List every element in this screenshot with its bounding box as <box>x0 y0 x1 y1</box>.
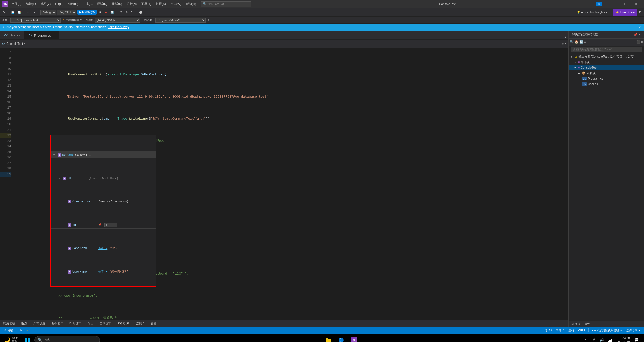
taskbar-file-explorer[interactable] <box>322 334 334 342</box>
properties-tab[interactable]: 属性 <box>585 322 590 326</box>
tray-network[interactable] <box>606 337 614 342</box>
sol-home-icon[interactable]: 🏠 <box>575 40 578 44</box>
tree-dependencies[interactable]: ▶ 📦 依赖项 <box>569 70 644 76</box>
weather-widget[interactable]: 🌙 10°C 晴阴 <box>2 336 20 342</box>
tray-lang[interactable]: 英 <box>590 337 597 342</box>
bottom-tab-locals[interactable]: 局部变量 <box>117 321 131 326</box>
save-all-btn[interactable]: 📑 <box>17 10 22 14</box>
popup-expand-btn[interactable]: ... <box>89 152 91 158</box>
add-source-control-btn[interactable]: + + 添加到源代码管理 ▼ <box>591 329 623 332</box>
minimize-button[interactable]: — <box>605 0 617 8</box>
menu-debug[interactable]: 调试(D) <box>95 1 110 7</box>
cpu-config-dropdown[interactable]: Any CPU <box>57 10 76 15</box>
menu-extend[interactable]: 扩展(X) <box>154 1 168 7</box>
undo-btn[interactable]: ↩ <box>26 10 31 14</box>
menu-build[interactable]: 生成(B) <box>81 1 95 7</box>
start-button[interactable] <box>21 334 33 342</box>
bottom-tab-auto[interactable]: 自动窗口 <box>99 321 113 326</box>
menu-edit[interactable]: 编辑(E) <box>24 1 38 7</box>
sol-search-icon[interactable]: 🔍 <box>570 40 574 44</box>
continue-button[interactable]: ▶ ▶ 继续(C) <box>77 10 97 15</box>
process-dropdown[interactable]: [15276] ConsoleTest.exe <box>10 18 61 23</box>
menu-help[interactable]: 帮助(H) <box>184 1 198 7</box>
taskbar-browser[interactable] <box>335 334 347 342</box>
warning-status[interactable]: ⚠ 1 <box>25 329 32 332</box>
tray-speaker[interactable]: 🔊 <box>598 337 605 342</box>
take-survey-link[interactable]: Take the survey <box>108 25 129 29</box>
lifecycle-event[interactable]: ⚡ 生命周期事件 <box>63 18 82 22</box>
git-changes-tab[interactable]: Git 更改 <box>571 322 581 326</box>
tab-settings-btn[interactable]: ⚙ <box>565 36 566 39</box>
menu-project[interactable]: 项目(P) <box>66 1 80 7</box>
expand-arrow-icon[interactable]: ▼ <box>53 152 56 158</box>
tab-user-cs[interactable]: C# User.cs <box>0 31 24 39</box>
menu-file[interactable]: 文件(F) <box>10 1 23 7</box>
username-view-link[interactable]: 查看 ▾ <box>98 269 107 275</box>
id-value-input[interactable] <box>104 223 117 227</box>
app-insights-button[interactable]: 💡 Application Insights ▾ <box>575 10 609 14</box>
taskbar-vs[interactable]: VS <box>348 334 360 342</box>
sol-pin-btn[interactable]: 📌 <box>634 33 637 36</box>
tree-solution-root[interactable]: ▶ ⊠ 解决方案 'ConsoleTest' (1 个项目, 共 1 项) <box>569 54 644 59</box>
maximize-button[interactable]: □ <box>618 0 629 8</box>
bottom-tab-watch1[interactable]: 监视 1 <box>135 321 146 326</box>
menu-git[interactable]: Git(G) <box>53 2 65 6</box>
tray-notification[interactable]: 💬 <box>633 337 640 342</box>
collapse-btn[interactable]: ▾ <box>565 42 566 46</box>
step-out[interactable]: ↥ <box>130 10 134 14</box>
select-repo-btn[interactable]: 选择仓库 ▼ <box>625 329 642 332</box>
info-close-button[interactable]: ✕ <box>639 25 641 29</box>
global-search[interactable]: 🔍 搜索 (Ctrl+Q) <box>201 1 251 7</box>
menu-test[interactable]: 测试(S) <box>110 1 124 7</box>
split-editor-btn[interactable]: ⊞ <box>562 42 564 46</box>
bottom-tab-immediate[interactable]: 即时窗口 <box>68 321 83 326</box>
menu-analyze[interactable]: 分析(N) <box>125 1 139 7</box>
breakpoint-btn[interactable]: ⬤ <box>138 10 143 14</box>
menu-view[interactable]: 视图(V) <box>39 1 53 7</box>
stop-btn[interactable]: ⏹ <box>103 10 108 14</box>
solution-search-input[interactable] <box>571 47 642 52</box>
step-over[interactable]: ↷ <box>119 10 123 14</box>
bottom-tab-output[interactable]: 输出 <box>87 321 95 326</box>
sol-collapse-icon[interactable]: ⊟ <box>584 40 586 44</box>
tree-program-cs[interactable]: ▶ C# Program.cs <box>569 76 644 81</box>
error-status[interactable]: ⊗ 0 <box>16 329 23 332</box>
bottom-tab-command[interactable]: 命令窗口 <box>50 321 64 326</box>
code-lines[interactable]: .UseConnectionString(FreeSql.DataType.Od… <box>15 48 568 320</box>
sol-filter-icon[interactable]: ⬛ <box>636 40 640 44</box>
layout-btn[interactable]: ⊟ <box>638 10 642 14</box>
code-area[interactable]: 7 8 9 10 11 12 13 14 15 16 17 18 19 20 2… <box>0 48 568 320</box>
tree-consoltest-project[interactable]: ▼ ■ 外部项 <box>569 59 644 65</box>
git-status[interactable]: ⎇ 就绪 <box>2 329 14 332</box>
close-button[interactable]: ✕ <box>630 0 642 8</box>
stack-dropdown[interactable]: Program.<Main>$ <box>155 18 206 23</box>
pause-btn[interactable]: ⏸ <box>98 10 102 14</box>
thread-dropdown[interactable]: [14040] 主线程 <box>95 18 140 23</box>
bottom-tab-exceptions[interactable]: 异常设置 <box>32 321 46 326</box>
restart-btn[interactable]: 🔄 <box>109 10 115 14</box>
taskbar-search-bar[interactable]: 🔍 搜索 <box>34 336 100 342</box>
tab-program-cs[interactable]: C# Program.cs ✕ <box>24 31 59 39</box>
bottom-tab-containers[interactable]: 容器 <box>150 321 158 326</box>
tab-close-button[interactable]: ✕ <box>53 34 55 37</box>
tree-user-cs[interactable]: ▶ C# User.cs <box>569 81 644 87</box>
sol-close-btn[interactable]: ✕ <box>638 33 641 36</box>
bottom-tab-breakpoints[interactable]: 断点 <box>20 321 28 326</box>
bottom-tab-callstack[interactable]: 调用堆栈 <box>2 321 16 326</box>
save-btn[interactable]: 💾 <box>10 10 16 14</box>
password-view-link[interactable]: 查看 ▾ <box>98 246 107 251</box>
live-share-button[interactable]: ⚡ Live Share <box>613 9 637 16</box>
sol-settings-icon[interactable]: ⚙ <box>641 40 643 44</box>
tray-caret[interactable]: ^ <box>582 337 589 342</box>
redo-btn[interactable]: ↪ <box>32 10 36 14</box>
debug-config-dropdown[interactable]: Debug <box>40 10 56 15</box>
menu-window[interactable]: 窗口(W) <box>168 1 183 7</box>
view-link-header[interactable]: 查看 <box>67 152 73 158</box>
expand-icon-0[interactable]: ▶ <box>59 176 62 181</box>
taskbar-clock[interactable]: 23:39 2023/1/19 <box>615 335 632 342</box>
menu-tools[interactable]: 工具(T) <box>139 1 153 7</box>
new-btn[interactable]: ⊕ <box>2 10 6 14</box>
step-into[interactable]: ↴ <box>124 10 129 14</box>
sol-refresh-icon[interactable]: 🔄 <box>579 40 583 44</box>
tree-consoltest-main[interactable]: ▼ ■ ConsoleTest <box>569 65 644 70</box>
